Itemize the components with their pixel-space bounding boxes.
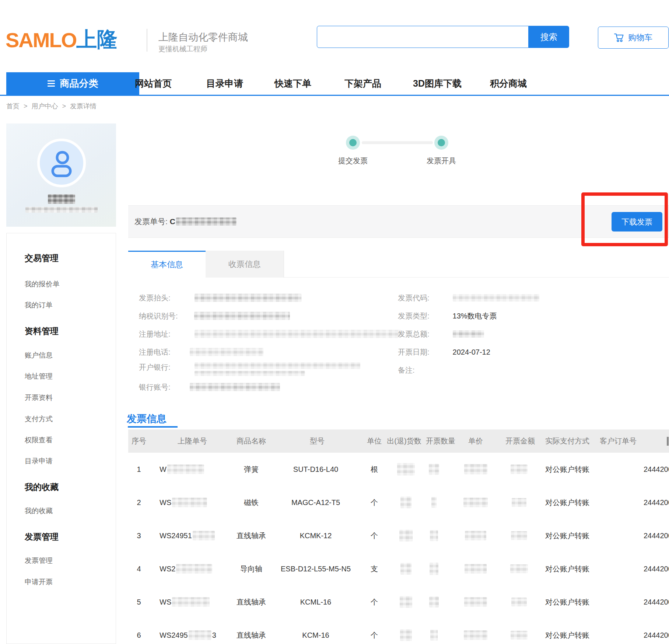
cell-model: KCMK-12 (275, 519, 356, 552)
table-row[interactable]: 4 WS2 导向轴 ESB-D12-L55-M5-N5 支 对公账户转账 244… (128, 552, 669, 585)
field-value-redacted (453, 294, 539, 302)
field-label: 注册地址: (139, 329, 171, 339)
order-no-redacted (172, 597, 210, 607)
sidebar-item-invoice-profile[interactable]: 开票资料 (25, 393, 53, 403)
order-no-prefix: W (160, 465, 167, 474)
breadcrumb-user-center[interactable]: 用户中心 (32, 102, 58, 110)
cell-shipped-qty (390, 519, 421, 552)
invoice-number-redacted (176, 217, 237, 226)
table-row[interactable]: 5 WS 直线轴承 KCML-16 个 对公账户转账 24442000 (128, 585, 669, 619)
field-label: 开户银行: (139, 362, 171, 376)
field-tax-id: 纳税识别号: (139, 311, 290, 321)
field-value-redacted (195, 294, 301, 302)
cell-shipped-qty (390, 585, 421, 619)
cell-customer-order: 24442000 (644, 619, 669, 644)
table-row[interactable]: 6 WS2495 3 直线轴承 KCM-16 个 对公账户转账 24442000 (128, 619, 669, 644)
invoice-info-title-underline (128, 426, 178, 428)
cell-unit-price (460, 585, 491, 619)
order-no-redacted (176, 564, 212, 574)
cell-payment: 对公账户转账 (542, 519, 593, 552)
cell-invoice-qty (418, 552, 449, 585)
search-input[interactable] (317, 26, 529, 48)
field-invoice-total: 发票总额: (398, 329, 484, 339)
breadcrumb-separator: > (24, 102, 28, 110)
cell-no: 3 (128, 519, 150, 552)
sidebar-section-invoices[interactable]: 发票管理 (25, 532, 59, 542)
sidebar-item-my-quotes[interactable]: 我的报价单 (25, 279, 60, 289)
order-no-prefix: WS2 (160, 565, 175, 573)
nav-link-catalog[interactable]: 目录申请 (193, 72, 256, 95)
sidebar-item-permissions[interactable]: 权限查看 (25, 435, 53, 445)
field-bank-name: 开户银行: (139, 362, 360, 376)
invoice-number-prefix: C (170, 217, 175, 226)
col-model: 型号 (295, 429, 339, 453)
col-unit-price: 单价 (461, 429, 490, 453)
sidebar-item-invoice-mgmt[interactable]: 发票管理 (25, 556, 53, 566)
nav-link-points-mall[interactable]: 积分商城 (477, 72, 540, 95)
cart-icon (614, 33, 624, 42)
cell-payment: 对公账户转账 (542, 585, 593, 619)
cell-invoice-qty (418, 619, 449, 644)
table-row[interactable]: 1 W 弹簧 SUT-D16-L40 根 对公账户转账 24442000 (128, 453, 669, 486)
order-no-redacted (172, 498, 207, 507)
cell-order-no: WS (160, 585, 210, 619)
table-header-row: 序号 上隆单号 商品名称 型号 单位 出(退)货数 开票数量 单价 开票金额 实… (128, 429, 669, 453)
cell-product: 直线轴承 (229, 519, 273, 552)
cart-button[interactable]: 购物车 (598, 27, 669, 49)
sidebar-item-my-favorites[interactable]: 我的收藏 (25, 506, 53, 516)
table-row[interactable]: 3 WS24951 直线轴承 KCMK-12 个 对公账户转账 24442000 (128, 519, 669, 552)
sidebar-item-payment-methods[interactable]: 支付方式 (25, 414, 53, 424)
cell-order-no: WS2 (160, 552, 212, 585)
cell-unit: 个 (363, 619, 385, 644)
field-label: 发票总额: (398, 329, 430, 339)
download-invoice-button[interactable]: 下载发票 (612, 212, 662, 232)
search-button[interactable]: 搜索 (529, 26, 569, 48)
cell-customer-order: 24442000 (644, 519, 669, 552)
field-value-redacted (453, 330, 484, 338)
sidebar-item-address-mgmt[interactable]: 地址管理 (25, 371, 53, 382)
nav-link-3d-library[interactable]: 3D图库下载 (406, 72, 469, 95)
breadcrumb-separator: > (62, 102, 66, 110)
field-invoice-type: 发票类型: 13%数电专票 (398, 311, 497, 321)
field-label: 注册电话: (139, 347, 171, 357)
breadcrumb-home[interactable]: 首页 (6, 102, 20, 110)
logo-text-cn: 上隆 (76, 26, 118, 54)
nav-link-quick-order[interactable]: 快速下单 (262, 72, 324, 95)
cell-order-no: WS2495 3 (160, 619, 216, 644)
nav-link-discontinued[interactable]: 下架产品 (332, 72, 394, 95)
field-invoice-code: 发票代码: (398, 293, 539, 303)
sidebar-item-catalog-request[interactable]: 目录申请 (25, 456, 53, 466)
cell-product: 导向轴 (229, 552, 273, 585)
field-value-redacted (195, 330, 401, 338)
field-label: 发票代码: (398, 293, 430, 303)
cell-unit-price (460, 619, 491, 644)
sidebar-menu: 交易管理 我的报价单 我的订单 资料管理 账户信息 地址管理 开票资料 支付方式… (6, 233, 116, 644)
table-row[interactable]: 2 WS 磁铁 MAGC-A12-T5 个 对公账户转账 24442000 (128, 486, 669, 519)
field-value-redacted (195, 371, 305, 376)
site-logo[interactable]: SAMLO 上隆 (6, 26, 118, 54)
cell-unit-price (460, 453, 491, 486)
col-product-name: 商品名称 (229, 429, 273, 453)
tab-receipt-info[interactable]: 收票信息 (206, 251, 284, 278)
cell-product: 直线轴承 (229, 619, 273, 644)
cell-no: 2 (128, 486, 150, 519)
sidebar-section-favorites[interactable]: 我的收藏 (25, 482, 59, 492)
cell-invoice-amount (504, 486, 535, 519)
sidebar-item-my-orders[interactable]: 我的订单 (25, 300, 53, 310)
sidebar-item-account-info[interactable]: 账户信息 (25, 350, 53, 361)
nav-link-home[interactable]: 网站首页 (122, 72, 185, 95)
cell-model: ESB-D12-L55-M5-N5 (275, 552, 356, 585)
cell-payment: 对公账户转账 (542, 619, 593, 644)
cell-product: 弹簧 (229, 453, 273, 486)
field-value-redacted (195, 362, 360, 369)
cell-product: 直线轴承 (229, 585, 273, 619)
cell-shipped-qty (390, 486, 421, 519)
invoice-number-label: 发票单号: (134, 216, 168, 227)
category-menu-button[interactable]: 商品分类 (6, 72, 139, 95)
tab-basic-info[interactable]: 基本信息 (128, 251, 206, 278)
sidebar-section-trade[interactable]: 交易管理 (25, 253, 59, 263)
invoice-detail-page: SAMLO 上隆 上隆自动化零件商城 更懂机械工程师 搜索 购物车 商品分类 网… (0, 0, 669, 644)
cell-payment: 对公账户转账 (542, 486, 593, 519)
sidebar-item-request-invoice[interactable]: 申请开票 (25, 577, 53, 587)
sidebar-section-profile[interactable]: 资料管理 (25, 326, 59, 336)
